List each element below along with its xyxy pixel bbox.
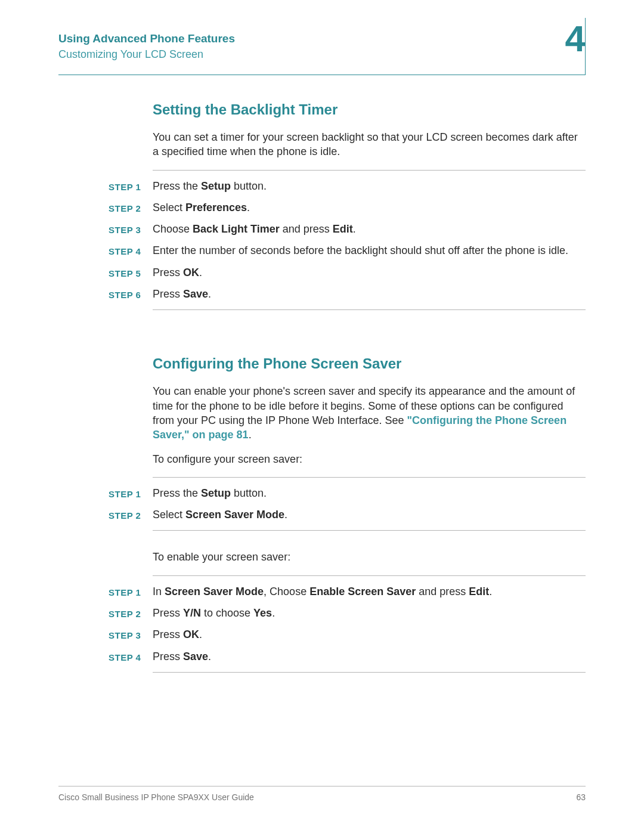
step-label: STEP 3 (109, 223, 150, 236)
step-label: STEP 4 (109, 244, 150, 258)
step-text: Enter the number of seconds before the b… (153, 243, 586, 258)
step-row: STEP 5Press OK. (153, 265, 586, 280)
section-heading: Configuring the Phone Screen Saver (153, 355, 586, 372)
step-row: STEP 4Enter the number of seconds before… (153, 243, 586, 258)
step-row: STEP 1Press the Setup button. (153, 486, 586, 500)
step-label: STEP 2 (109, 509, 150, 522)
step-label: STEP 2 (109, 202, 150, 215)
step-label: STEP 5 (109, 267, 150, 280)
steps-block: STEP 1In Screen Saver Mode, Choose Enabl… (153, 575, 586, 673)
step-row: STEP 2Select Screen Saver Mode. (153, 507, 586, 522)
section-heading: Setting the Backlight Timer (153, 101, 586, 118)
step-text: Press OK. (153, 265, 586, 280)
step-row: STEP 2Select Preferences. (153, 200, 586, 215)
step-label: STEP 1 (109, 487, 150, 500)
step-label: STEP 4 (109, 651, 150, 664)
step-row: STEP 2Press Y/N to choose Yes. (153, 606, 586, 620)
lead-in-text: To configure your screen saver: (153, 452, 586, 466)
step-text: Choose Back Light Timer and press Edit. (153, 222, 586, 236)
step-row: STEP 1Press the Setup button. (153, 179, 586, 193)
step-row: STEP 6Press Save. (153, 287, 586, 301)
step-row: STEP 4Press Save. (153, 649, 586, 664)
cross-ref-link[interactable]: "Configuring the Phone Screen Saver," on… (153, 414, 566, 441)
step-label: STEP 6 (109, 288, 150, 301)
page-body: Setting the Backlight TimerYou can set a… (58, 101, 586, 718)
intro-paragraph: You can set a timer for your screen back… (153, 130, 586, 159)
step-text: Press Y/N to choose Yes. (153, 606, 586, 620)
step-text: In Screen Saver Mode, Choose Enable Scre… (153, 584, 586, 599)
section-path: Customizing Your LCD Screen (58, 48, 586, 61)
step-text: Press OK. (153, 627, 586, 642)
page-footer: Cisco Small Business IP Phone SPA9XX Use… (58, 786, 586, 802)
page: Using Advanced Phone Features Customizin… (58, 32, 586, 718)
steps-block: STEP 1Press the Setup button.STEP 2Selec… (153, 170, 586, 311)
step-row: STEP 3Press OK. (153, 627, 586, 642)
step-label: STEP 1 (109, 586, 150, 599)
step-text: Select Preferences. (153, 200, 586, 215)
step-text: Press the Setup button. (153, 179, 586, 193)
step-text: Select Screen Saver Mode. (153, 507, 586, 522)
header-rule (58, 75, 586, 75)
step-label: STEP 1 (109, 180, 150, 193)
intro-paragraph: You can enable your phone's screen saver… (153, 384, 586, 442)
chapter-number: 4 (565, 20, 586, 57)
step-row: STEP 3Choose Back Light Timer and press … (153, 222, 586, 236)
chapter-title: Using Advanced Phone Features (58, 32, 586, 46)
lead-in-text: To enable your screen saver: (153, 550, 586, 564)
page-header: Using Advanced Phone Features Customizin… (58, 32, 586, 75)
step-label: STEP 2 (109, 607, 150, 620)
step-text: Press the Setup button. (153, 486, 586, 500)
footer-doc-title: Cisco Small Business IP Phone SPA9XX Use… (58, 792, 254, 802)
footer-page-number: 63 (576, 792, 586, 802)
steps-block: STEP 1Press the Setup button.STEP 2Selec… (153, 477, 586, 531)
step-row: STEP 1In Screen Saver Mode, Choose Enabl… (153, 584, 586, 599)
step-label: STEP 3 (109, 628, 150, 642)
step-text: Press Save. (153, 287, 586, 301)
step-text: Press Save. (153, 649, 586, 664)
